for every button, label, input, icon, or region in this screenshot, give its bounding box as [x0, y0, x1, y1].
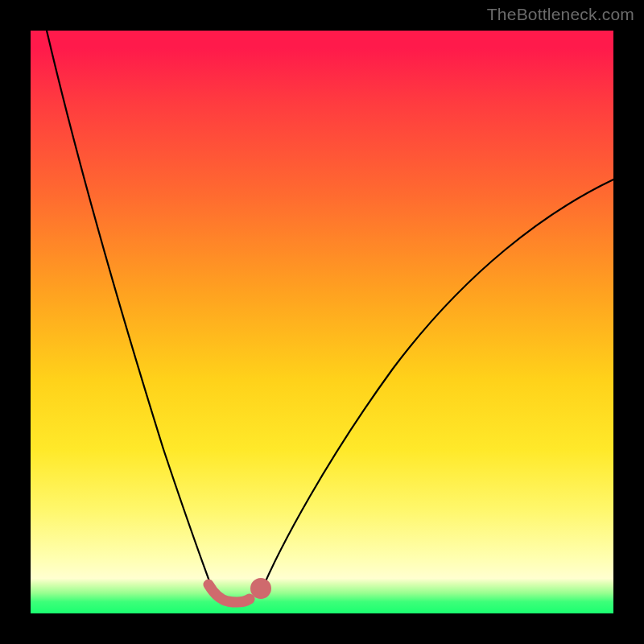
curve-left	[47, 31, 214, 594]
valley-marker-path	[208, 584, 250, 602]
watermark-text: TheBottleneck.com	[487, 5, 634, 24]
curve-right	[260, 180, 613, 594]
outer-frame: TheBottleneck.com	[0, 0, 644, 644]
valley-marker-group	[208, 584, 266, 603]
chart-curves-svg	[31, 31, 613, 613]
valley-marker-dot	[256, 584, 266, 594]
chart-plot-area	[31, 31, 613, 613]
